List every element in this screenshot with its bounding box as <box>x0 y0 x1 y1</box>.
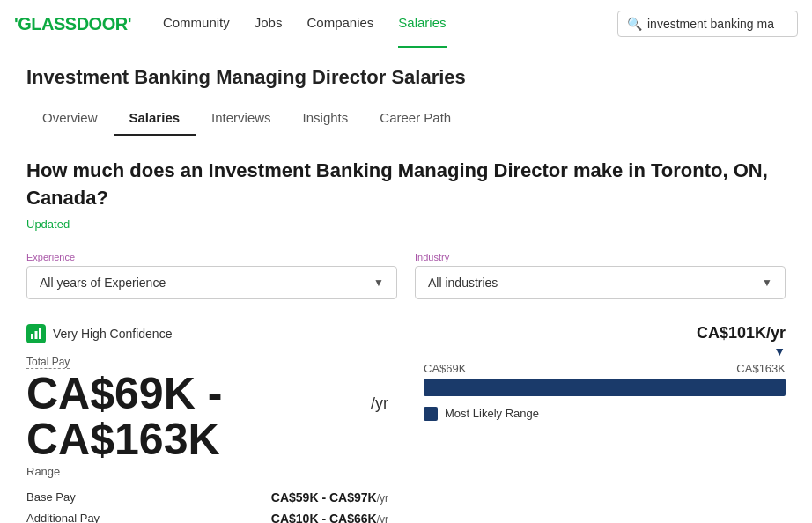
nav-link-community[interactable]: Community <box>163 0 230 48</box>
nav-links: Community Jobs Companies Salaries <box>163 0 617 48</box>
bar-chart-icon <box>30 328 42 340</box>
range-low-label: CA$69K <box>424 362 466 375</box>
median-arrow-icon: ▼ <box>424 344 786 358</box>
experience-selected: All years of Experience <box>40 276 166 290</box>
experience-chevron-icon: ▼ <box>373 276 384 289</box>
industry-filter-label: Industry <box>415 252 786 262</box>
additional-pay-value: CA$10K - CA$66K/yr <box>271 512 388 523</box>
confidence-icon <box>26 324 46 343</box>
base-pay-label: Base Pay <box>26 490 76 504</box>
base-pay-value: CA$59K - CA$97K/yr <box>271 490 388 505</box>
svg-rect-2 <box>39 328 41 339</box>
range-high-label: CA$163K <box>736 362 786 375</box>
range-labels: CA$69K CA$163K <box>424 362 786 375</box>
salary-section: Very High Confidence Total Pay CA$69K - … <box>26 324 786 523</box>
tab-interviews[interactable]: Interviews <box>196 101 287 136</box>
tab-overview[interactable]: Overview <box>26 101 114 136</box>
additional-pay-suffix: /yr <box>377 513 388 523</box>
logo[interactable]: 'GLASSDOOR' <box>14 14 131 34</box>
filters: Experience All years of Experience ▼ Ind… <box>26 252 786 299</box>
tab-career-path[interactable]: Career Path <box>364 101 467 136</box>
search-icon: 🔍 <box>627 17 642 31</box>
navbar: 'GLASSDOOR' Community Jobs Companies Sal… <box>0 0 812 48</box>
experience-filter-label: Experience <box>26 252 397 262</box>
salary-bar <box>424 379 786 396</box>
page-content: Investment Banking Managing Director Sal… <box>0 48 812 523</box>
base-pay-suffix: /yr <box>377 492 388 505</box>
legend: Most Likely Range <box>424 407 786 421</box>
additional-pay-amount: CA$10K - CA$66K <box>271 512 377 523</box>
salary-right: CA$101K/yr ▼ CA$69K CA$163K Most Likely … <box>424 324 786 421</box>
industry-dropdown[interactable]: All industries ▼ <box>415 266 786 299</box>
svg-rect-1 <box>35 331 38 339</box>
total-pay-area: Total Pay CA$69K - CA$163K/yr Range <box>26 354 388 478</box>
search-input[interactable] <box>647 17 788 31</box>
most-likely-range-label: Most Likely Range <box>445 407 539 420</box>
nav-link-jobs[interactable]: Jobs <box>255 0 283 48</box>
nav-link-companies[interactable]: Companies <box>306 0 373 48</box>
additional-pay-label: Additional Pay <box>26 512 100 523</box>
industry-chevron-icon: ▼ <box>762 276 772 289</box>
search-box[interactable]: 🔍 <box>617 11 798 37</box>
nav-link-salaries[interactable]: Salaries <box>398 0 446 48</box>
salary-left: Very High Confidence Total Pay CA$69K - … <box>26 324 388 523</box>
updated-label: Updated <box>26 217 786 231</box>
total-pay-range: CA$69K - CA$163K <box>26 371 369 463</box>
median-value: CA$101K/yr <box>424 324 786 343</box>
pay-range-label: Range <box>26 465 388 478</box>
base-pay-row: Base Pay CA$59K - CA$97K/yr <box>26 490 388 505</box>
tabs: Overview Salaries Interviews Insights Ca… <box>26 101 786 136</box>
legend-box <box>424 407 438 421</box>
additional-pay-row: Additional Pay CA$10K - CA$66K/yr <box>26 512 388 523</box>
tab-salaries[interactable]: Salaries <box>114 101 196 136</box>
main-heading: How much does an Investment Banking Mana… <box>26 158 786 212</box>
total-pay-suffix: /yr <box>371 395 388 412</box>
tab-insights[interactable]: Insights <box>287 101 365 136</box>
experience-dropdown[interactable]: All years of Experience ▼ <box>26 266 397 299</box>
experience-filter: Experience All years of Experience ▼ <box>26 252 397 299</box>
industry-selected: All industries <box>428 276 498 290</box>
pay-breakdown: Base Pay CA$59K - CA$97K/yr Additional P… <box>26 490 388 523</box>
page-title: Investment Banking Managing Director Sal… <box>26 66 786 89</box>
industry-filter: Industry All industries ▼ <box>415 252 786 299</box>
base-pay-amount: CA$59K - CA$97K <box>271 490 377 505</box>
svg-rect-0 <box>31 334 33 339</box>
total-pay-value: CA$69K - CA$163K/yr <box>26 371 388 463</box>
total-pay-label: Total Pay <box>26 356 70 369</box>
confidence-text: Very High Confidence <box>53 327 172 341</box>
confidence-badge: Very High Confidence <box>26 324 388 343</box>
